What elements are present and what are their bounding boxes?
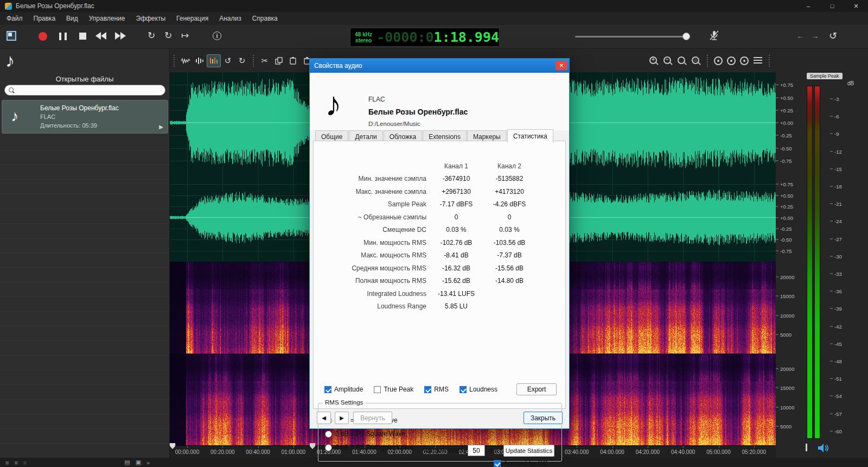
ruler-tick-mark — [776, 184, 778, 185]
menu-item-6[interactable]: Анализ — [214, 13, 247, 24]
cut-icon[interactable]: ✂ — [258, 54, 272, 67]
playhead-marker[interactable] — [310, 443, 316, 449]
select-all-icon[interactable] — [714, 56, 723, 65]
stat-label: ~ Обрезанные сэмплы — [318, 213, 430, 221]
meter-tick-mark — [830, 326, 833, 326]
stat-value-ch2: -14.80 dB — [483, 277, 536, 285]
loop-icon[interactable]: ↻ — [148, 30, 155, 41]
radio-button-2[interactable] — [325, 444, 332, 451]
dialog-close-button[interactable]: ✕ — [556, 61, 567, 70]
ruler-tick-label: 10000 — [780, 312, 794, 318]
titlebar: Белые Розы Оренбург.flac – □ ✕ — [0, 0, 868, 12]
speaker-icon[interactable] — [817, 443, 830, 453]
ruler-tick-15000: 15000 — [776, 385, 794, 391]
meter-tick--57: -57 — [830, 411, 842, 416]
radio-option-1[interactable]: 0 dB = FS Square Wave — [325, 430, 405, 438]
pause-button[interactable] — [59, 33, 67, 40]
open-file-item[interactable]: ♪ Белые Розы Оренбург.flac FLAC Длительн… — [2, 100, 168, 134]
expand-icon[interactable]: » — [146, 459, 150, 466]
meter-mini-slider[interactable] — [806, 444, 807, 451]
menu-item-5[interactable]: Генерация — [171, 13, 214, 24]
close-dialog-button[interactable]: Закрыть — [524, 412, 563, 424]
rewind-button[interactable] — [95, 32, 106, 40]
window-width-input[interactable] — [468, 445, 485, 456]
menu-item-2[interactable]: Вид — [61, 13, 84, 24]
fast-forward-button[interactable] — [115, 32, 126, 40]
slider-knob[interactable] — [682, 33, 690, 40]
loop-start-marker[interactable] — [170, 443, 176, 449]
ruler-tick-5000: 5000 — [776, 331, 792, 337]
account-for-dc-option[interactable]: Account for DC — [494, 459, 547, 467]
navigate-back-icon[interactable]: ← — [796, 31, 805, 40]
menu-item-0[interactable]: Файл — [1, 13, 28, 24]
playback-speed-slider[interactable] — [575, 36, 689, 37]
meter-tick-mark — [830, 99, 833, 99]
menu-item-3[interactable]: Управление — [84, 13, 131, 24]
meter-mode-label[interactable]: Sample Peak — [807, 73, 843, 79]
select-loop-icon[interactable] — [727, 56, 736, 65]
menu-item-4[interactable]: Эффекты — [131, 13, 171, 24]
zoom-in-icon[interactable]: + — [648, 55, 659, 66]
menu-item-7[interactable]: Справка — [247, 13, 283, 24]
checkbox-Loudness[interactable] — [459, 386, 467, 393]
info-icon[interactable]: i — [213, 31, 221, 40]
checkbox-True Peak[interactable] — [374, 386, 381, 393]
view-compact-icon[interactable]: ≡ — [14, 459, 17, 466]
dialog-titlebar[interactable]: Свойства аудио ✕ — [310, 59, 569, 73]
revert-button[interactable]: Вернуть — [353, 412, 392, 424]
view-detail-icon[interactable]: ≡ — [23, 459, 27, 466]
bars-view-icon[interactable] — [193, 54, 207, 67]
ruler-tick-mark — [776, 250, 778, 251]
ruler-tick--0.75: -0.75 — [776, 157, 792, 163]
view-list-icon[interactable]: ≡ — [5, 459, 9, 466]
ruler-tick-mark — [776, 206, 778, 207]
checkbox-RMS[interactable] — [424, 386, 431, 393]
selection-mode-icon[interactable] — [7, 31, 16, 41]
copy-icon[interactable] — [272, 54, 286, 67]
ruler-tick--0.50: -0.50 — [776, 145, 792, 151]
window-width-unit: ms — [489, 447, 498, 455]
effect-rack-icon[interactable] — [754, 57, 762, 65]
meter-tick--6: -6 — [830, 113, 839, 119]
stop-button[interactable] — [79, 33, 86, 40]
play-to-marker-icon[interactable]: ↦ — [181, 30, 189, 41]
prev-file-button[interactable]: ◀ — [317, 412, 331, 424]
menu-item-1[interactable]: Правка — [28, 13, 61, 24]
next-file-button[interactable]: ▶ — [335, 412, 349, 424]
timeline-label: 04:40.000 — [671, 449, 695, 455]
record-button[interactable] — [39, 32, 47, 41]
checkbox-Amplitude[interactable] — [324, 386, 331, 393]
history-icon[interactable]: ↺ — [829, 30, 837, 42]
microphone-muted-icon[interactable] — [709, 30, 719, 42]
zoom-fit-icon[interactable]: ⌂ — [691, 55, 701, 66]
tab-Статистика[interactable]: Статистика — [507, 129, 553, 143]
export-button[interactable]: Export — [516, 383, 557, 395]
app-logo-icon: ♪ — [5, 50, 15, 71]
navigate-forward-icon[interactable]: → — [811, 31, 819, 40]
radio-option-2[interactable]: 0 dB = FS Triangular Wave — [325, 444, 413, 451]
maximize-button[interactable]: □ — [820, 0, 844, 12]
close-button[interactable]: ✕ — [844, 0, 868, 12]
zoom-out-icon[interactable]: − — [662, 55, 673, 66]
thumbnail-icon[interactable]: ▣ — [136, 459, 141, 466]
minimize-button[interactable]: – — [796, 0, 820, 12]
undo-icon[interactable]: ↺ — [221, 54, 235, 67]
account-for-dc-checkbox[interactable] — [494, 460, 501, 467]
waveform-view-icon[interactable] — [178, 54, 193, 67]
spectrogram-view-icon[interactable] — [207, 54, 221, 67]
radio-button-1[interactable] — [325, 431, 332, 438]
paste-icon[interactable] — [286, 54, 300, 67]
redo-icon[interactable]: ↻ — [235, 54, 249, 67]
select-marker-icon[interactable] — [740, 56, 749, 65]
update-statistics-button[interactable]: Update Statistics — [503, 445, 554, 457]
search-input[interactable] — [4, 85, 165, 96]
ruler-tick--0.75: -0.75 — [776, 248, 792, 254]
keyboard-icon[interactable]: ▤ — [124, 459, 130, 466]
sidebar-open-files: ♪ Открытые файлы ♪ Белые Розы Оренбург.f… — [0, 49, 170, 458]
ruler-tick-mark — [776, 195, 778, 195]
ruler-tick-mark — [776, 277, 778, 277]
zoom-selection-icon[interactable] — [676, 55, 687, 66]
file-play-icon[interactable]: ▶ — [159, 124, 163, 130]
menubar: ФайлПравкаВидУправлениеЭффектыГенерацияА… — [0, 12, 868, 25]
loop-one-icon[interactable]: ↻ — [164, 30, 172, 41]
